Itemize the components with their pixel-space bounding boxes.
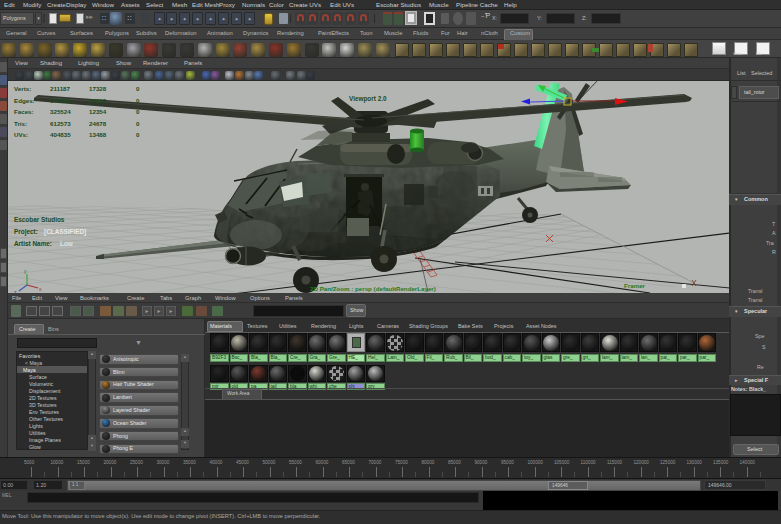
svg-text:0: 0: [136, 131, 140, 138]
svg-text:12354: 12354: [89, 108, 107, 115]
svg-text:0: 0: [136, 97, 140, 104]
svg-text:Edges:: Edges:: [14, 97, 35, 104]
svg-text:0: 0: [136, 85, 140, 92]
svg-text:612573: 612573: [50, 120, 71, 127]
svg-text:Escobar Studios: Escobar Studios: [14, 216, 65, 223]
svg-text:13488: 13488: [89, 131, 107, 138]
svg-text:177188: 177188: [50, 97, 71, 104]
svg-text:Viewport 2.0: Viewport 2.0: [349, 95, 387, 103]
svg-text:UVs:: UVs:: [14, 131, 28, 138]
svg-text:Verts:: Verts:: [14, 85, 31, 92]
svg-text:404835: 404835: [50, 131, 71, 138]
svg-text:Faces:: Faces:: [14, 108, 34, 115]
svg-text:0: 0: [136, 120, 140, 127]
svg-text:Artist Name:: Artist Name:: [14, 240, 52, 247]
svg-text:24852: 24852: [89, 97, 107, 104]
svg-text:0: 0: [136, 108, 140, 115]
svg-text:211187: 211187: [50, 85, 71, 92]
svg-text:[CLASSIFIED]: [CLASSIFIED]: [44, 228, 86, 236]
svg-text:24678: 24678: [89, 120, 107, 127]
svg-text:Project:: Project:: [14, 228, 38, 236]
svg-text:325524: 325524: [50, 108, 71, 115]
svg-text:Low: Low: [60, 240, 73, 247]
svg-text:Tris:: Tris:: [14, 120, 27, 127]
svg-text:2D Pan/Zoom : persp (defaultRe: 2D Pan/Zoom : persp (defaultRenderLayer): [310, 285, 436, 292]
svg-text:17328: 17328: [89, 85, 107, 92]
svg-text:Framer: Framer: [624, 282, 646, 289]
